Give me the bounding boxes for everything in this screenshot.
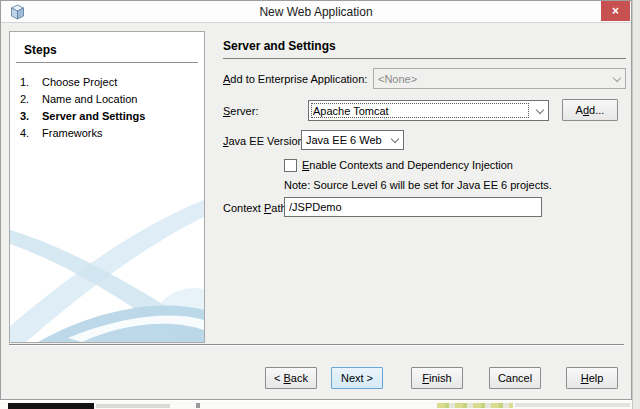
watermark-swoosh-graphic [10, 200, 204, 342]
close-button[interactable]: × [601, 1, 630, 21]
combobox-value: Java EE 6 Web [302, 134, 386, 146]
steps-item-frameworks: 4. Frameworks [10, 125, 204, 142]
label-text: Context [223, 202, 264, 214]
taskbar-fragment [8, 403, 94, 409]
label-text: erver: [230, 105, 258, 117]
button-text: Cancel [498, 372, 532, 384]
taskbar-fragment [196, 403, 200, 408]
step-number: 1. [20, 74, 42, 91]
cancel-button[interactable]: Cancel [489, 367, 541, 389]
button-mnemonic: H [581, 372, 589, 384]
step-number: 4. [20, 125, 42, 142]
button-bar-separator [9, 344, 624, 346]
add-server-button[interactable]: Add... [562, 99, 618, 121]
background-taskbar-sliver [0, 401, 632, 409]
help-button[interactable]: Help [566, 367, 618, 389]
netbeans-cube-icon [10, 4, 25, 20]
content-header: Server and Settings [223, 39, 626, 59]
finish-button[interactable]: Finish [411, 367, 463, 389]
combobox-value: <None> [374, 73, 608, 85]
new-web-application-dialog: New Web Application × Steps 1. Choose Pr… [0, 0, 632, 400]
back-button[interactable]: < Back [265, 367, 317, 389]
background-window-right-sliver [632, 0, 640, 409]
steps-header: Steps [16, 43, 198, 63]
steps-panel: Steps 1. Choose Project 2. Name and Loca… [9, 31, 205, 343]
steps-item-server-and-settings: 3. Server and Settings [10, 108, 204, 125]
focus-ring [311, 103, 529, 118]
label-text: dd to Enterprise Application: [230, 73, 367, 85]
enterprise-application-label: Add to Enterprise Application: [223, 73, 367, 85]
enterprise-application-combobox: <None> [373, 68, 626, 89]
step-label: Frameworks [42, 125, 103, 142]
steps-item-choose-project: 1. Choose Project [10, 74, 204, 91]
step-number: 3. [20, 108, 42, 125]
label-text: ava EE Version: [229, 135, 307, 147]
java-ee-version-label: Java EE Version: [223, 135, 307, 147]
cdi-checkbox[interactable] [284, 159, 297, 172]
source-level-note: Note: Source Level 6 will be set for Jav… [284, 179, 552, 191]
step-label: Choose Project [42, 74, 117, 91]
window-title: New Web Application [41, 5, 591, 19]
server-combobox[interactable]: Apache Tomcat [308, 100, 549, 121]
button-text: < [274, 372, 283, 384]
button-mnemonic: B [284, 372, 291, 384]
server-label: Server: [223, 105, 258, 117]
label-text: nable Contexts and Dependency Injection [309, 159, 513, 171]
taskbar-fragment [437, 403, 513, 408]
button-text: d... [589, 104, 604, 116]
next-button[interactable]: Next > [331, 367, 383, 389]
button-text: elp [589, 372, 604, 384]
chevron-down-icon [608, 77, 625, 81]
steps-list: 1. Choose Project 2. Name and Location 3… [10, 74, 204, 142]
cdi-checkbox-label[interactable]: Enable Contexts and Dependency Injection [302, 159, 513, 171]
button-text: inish [429, 372, 452, 384]
context-path-input[interactable] [284, 197, 542, 217]
step-label: Server and Settings [42, 108, 145, 125]
java-ee-version-combobox[interactable]: Java EE 6 Web [301, 130, 404, 150]
steps-item-name-and-location: 2. Name and Location [10, 91, 204, 108]
taskbar-fragment [96, 404, 170, 408]
title-bar[interactable]: New Web Application × [1, 1, 631, 23]
chevron-down-icon[interactable] [531, 109, 548, 113]
button-text: ack [291, 372, 308, 384]
button-text: A [576, 104, 583, 116]
taskbar-fragment [515, 403, 630, 407]
chevron-down-icon[interactable] [386, 138, 403, 142]
button-text: Next > [341, 372, 373, 384]
context-path-label: Context Path: [223, 202, 290, 214]
step-number: 2. [20, 91, 42, 108]
step-label: Name and Location [42, 91, 137, 108]
